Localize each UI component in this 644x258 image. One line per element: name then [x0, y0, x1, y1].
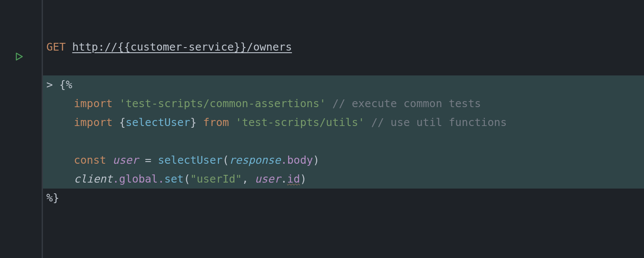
request-line[interactable]: GET http://{{customer-service}}/owners	[43, 38, 644, 57]
blank-line	[43, 57, 644, 75]
import-line-2[interactable]: import {selectUser} from 'test-scripts/u…	[43, 113, 644, 132]
code-editor: GET http://{{customer-service}}/owners >…	[0, 0, 644, 258]
code-area[interactable]: GET http://{{customer-service}}/owners >…	[43, 0, 644, 258]
run-request-icon[interactable]	[15, 52, 24, 61]
http-method: GET	[46, 41, 66, 53]
client-set-line[interactable]: client.global.set("userId", user.id)	[43, 170, 644, 189]
blank-line	[43, 132, 644, 151]
script-close-tag[interactable]: %}	[43, 189, 644, 207]
request-url[interactable]: http://{{customer-service}}/owners	[72, 41, 292, 53]
blank-line	[43, 0, 644, 19]
import-line-1[interactable]: import 'test-scripts/common-assertions' …	[43, 94, 644, 113]
const-line[interactable]: const user = selectUser(response.body)	[43, 151, 644, 170]
script-open-tag[interactable]: > {%	[43, 75, 644, 94]
warning-underline: id	[287, 173, 300, 185]
editor-gutter	[0, 0, 43, 258]
blank-line	[43, 19, 644, 38]
